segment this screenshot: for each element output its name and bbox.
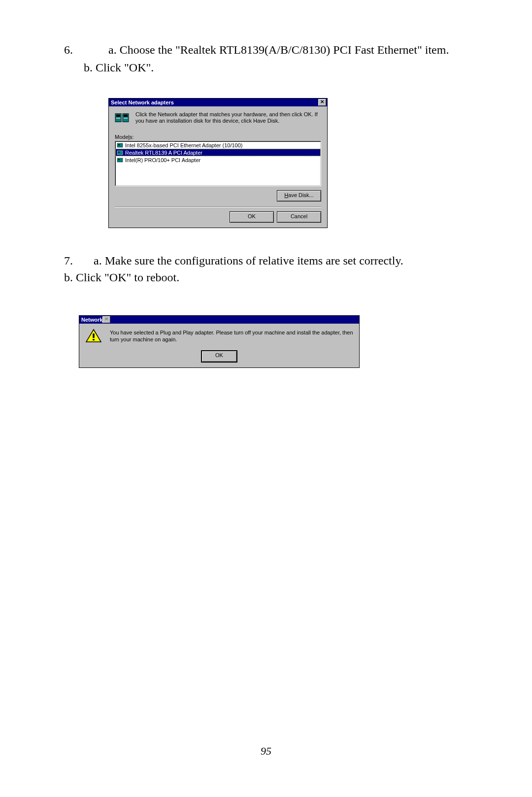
svg-rect-8 (117, 151, 123, 155)
page-number: 95 (0, 745, 532, 758)
select-network-adapters-dialog: Select Network adapters ✕ (108, 98, 328, 228)
list-item-label: Intel 8255x-based PCI Ethernet Adapter (… (125, 142, 243, 148)
svg-rect-13 (93, 333, 95, 338)
step7-line-b: b. Click "OK" to reboot. (64, 269, 468, 286)
warning-icon (85, 329, 102, 343)
svg-rect-2 (116, 118, 120, 119)
adapter-card-icon (117, 150, 124, 156)
adapter-card-icon (117, 142, 124, 148)
svg-rect-5 (124, 118, 128, 119)
step6-line-a: a. Choose the "Realtek RTL8139(A/B/C/813… (94, 42, 468, 59)
dialog-titlebar: Network ✕ (79, 316, 359, 324)
dialog-titlebar: Select Network adapters ✕ (109, 99, 327, 106)
svg-rect-9 (118, 152, 120, 153)
close-icon: ✕ (102, 316, 110, 323)
step7-line-a: a. Make sure the configurations of relat… (94, 253, 468, 269)
network-message-dialog: Network ✕ You have selected a Plug and P… (79, 315, 360, 368)
list-item[interactable]: Intel 8255x-based PCI Ethernet Adapter (… (115, 141, 321, 149)
have-disk-button[interactable]: Have Disk... (277, 190, 321, 201)
cancel-button[interactable]: Cancel (277, 211, 321, 223)
dialog-title: Network (81, 317, 102, 323)
svg-rect-1 (116, 115, 120, 117)
svg-rect-6 (117, 143, 123, 147)
step6-number: 6. (64, 42, 94, 59)
step6-text: 6. a. Choose the "Realtek RTL8139(A/B/C/… (64, 42, 468, 76)
models-listbox[interactable]: Intel 8255x-based PCI Ethernet Adapter (… (115, 141, 321, 186)
list-item-label: Intel(R) PRO/100+ PCI Adapter (125, 157, 200, 163)
models-label: Models: (115, 134, 321, 140)
list-item[interactable]: Intel(R) PRO/100+ PCI Adapter (115, 156, 321, 164)
list-item[interactable]: Realtek RTL8139 A PCI Adapter (115, 149, 321, 156)
ok-button[interactable]: OK (230, 211, 274, 223)
close-icon[interactable]: ✕ (318, 99, 326, 106)
svg-rect-4 (124, 115, 128, 117)
dialog-separator (115, 206, 321, 207)
dialog-message: You have selected a Plug and Play adapte… (110, 329, 353, 343)
step6-line-b: b. Click "OK". (64, 60, 468, 76)
dialog-title: Select Network adapters (111, 100, 318, 105)
adapter-card-icon (117, 157, 124, 163)
network-adapter-icon (115, 111, 130, 125)
step7-text: 7. a. Make sure the configurations of re… (64, 253, 468, 286)
svg-rect-7 (118, 144, 120, 145)
svg-rect-10 (117, 158, 123, 162)
svg-rect-11 (118, 159, 120, 160)
svg-rect-14 (93, 339, 95, 340)
list-item-label: Realtek RTL8139 A PCI Adapter (125, 150, 202, 156)
ok-button[interactable]: OK (201, 350, 237, 363)
dialog-info-text: Click the Network adapter that matches y… (135, 111, 321, 124)
step7-number: 7. (64, 253, 94, 269)
